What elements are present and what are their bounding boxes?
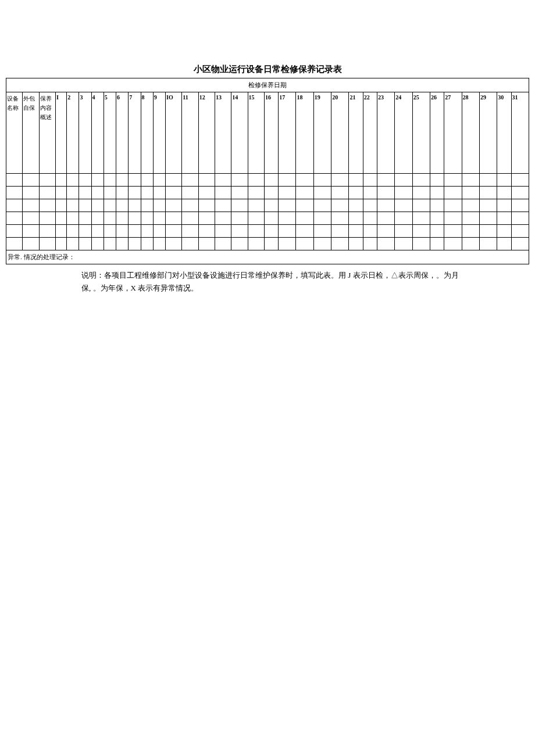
notes-section: 说明：各项目工程维修部门对小型设备设施进行日常维护保养时，填写此表。用 J 表示… [81,269,523,295]
day-1: I [55,92,66,174]
date-header-row: 检修保养日期 [6,78,529,92]
day-23: 23 [377,92,395,174]
day-14: 14 [231,92,248,174]
table-row [6,174,529,187]
notes-line-1: 说明：各项目工程维修部门对小型设备设施进行日常维护保养时，填写此表。用 J 表示… [81,269,523,282]
col-maintenance-content: 保养内容概述 [39,92,55,174]
day-18: 18 [296,92,313,174]
day-30: 30 [497,92,511,174]
day-7: 7 [129,92,141,174]
table-row [6,187,529,199]
col-outsource-self: 外包自保 [23,92,39,174]
abnormal-record-cell: 异常. 情况的处理记录： [6,250,529,264]
day-29: 29 [479,92,497,174]
notes-line-2: 保, 。为年保，X 表示有异常情况。 [81,282,523,295]
abnormal-record-row: 异常. 情况的处理记录： [6,250,529,264]
day-2: 2 [67,92,79,174]
day-16: 16 [264,92,278,174]
day-15: 15 [248,92,264,174]
day-6: 6 [116,92,129,174]
day-27: 27 [444,92,462,174]
day-26: 26 [430,92,444,174]
day-12: 12 [198,92,215,174]
day-9: 9 [153,92,165,174]
column-header-row: 设备名称 外包自保 保养内容概述 I 2 3 4 5 6 7 8 9 IO 11… [6,92,529,174]
day-11: 11 [182,92,198,174]
day-28: 28 [462,92,479,174]
day-24: 24 [395,92,412,174]
table-row [6,238,529,250]
page-title: 小区物业运行设备日常检修保养记录表 [6,64,529,75]
day-5: 5 [104,92,116,174]
day-22: 22 [363,92,377,174]
date-header-cell: 检修保养日期 [6,78,529,92]
table-row [6,199,529,212]
maintenance-table: 检修保养日期 设备名称 外包自保 保养内容概述 I 2 3 4 5 6 7 8 … [6,78,529,264]
table-row [6,225,529,238]
day-17: 17 [279,92,296,174]
day-10: IO [166,92,182,174]
col-device-name: 设备名称 [6,92,23,174]
day-21: 21 [349,92,363,174]
day-3: 3 [79,92,91,174]
table-row [6,212,529,225]
day-4: 4 [91,92,104,174]
day-25: 25 [412,92,430,174]
day-13: 13 [215,92,231,174]
day-31: 31 [511,92,529,174]
day-19: 19 [313,92,331,174]
day-8: 8 [141,92,153,174]
day-20: 20 [331,92,349,174]
